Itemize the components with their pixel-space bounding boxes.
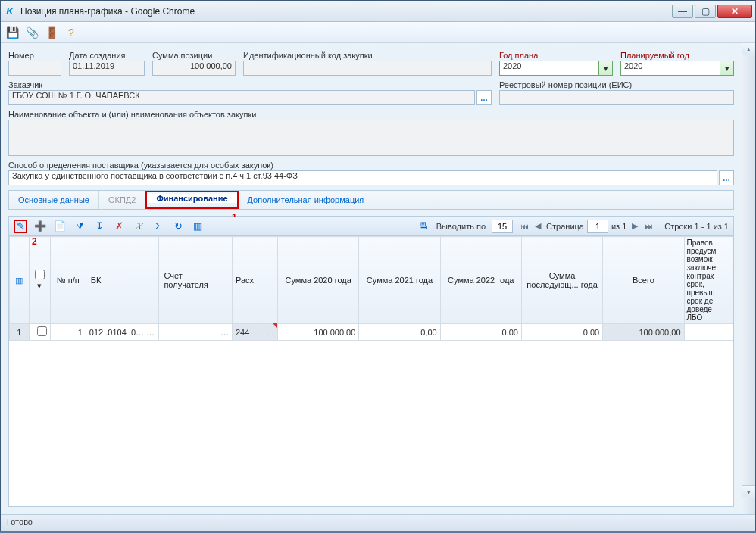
flag-icon <box>273 323 277 328</box>
input-created[interactable]: 01.11.2019 <box>69 61 145 76</box>
cell-exp: 244 … <box>232 324 277 341</box>
grid-wrapper: ✎ ➕ 📄 ⧩ ↧ ✗ 𝓧 Σ ↻ ▥ 🖶 Выводить по ⏮ <box>8 216 734 507</box>
lookup-button[interactable]: … <box>719 170 734 185</box>
label-customer: Заказчик <box>8 80 492 89</box>
row-checkbox[interactable] <box>37 326 47 336</box>
refresh-icon[interactable]: ↻ <box>171 220 185 233</box>
maximize-button[interactable]: ▢ <box>695 5 716 18</box>
input-supplier-method[interactable]: Закупка у единственного поставщика в соо… <box>8 170 717 185</box>
col-exp[interactable]: Расх <box>232 237 277 324</box>
cell-s2021: 0,00 <box>359 324 440 341</box>
window-buttons: — ▢ ✕ <box>672 5 752 18</box>
tab-okpd2[interactable]: ОКПД2 <box>99 191 145 209</box>
pager-first-icon[interactable]: ⏮ <box>519 220 530 232</box>
cell-total: 100 000,00 <box>603 324 684 341</box>
select-plan-year[interactable]: 2020 ▾ <box>499 61 613 76</box>
col-account[interactable]: Счет получателя <box>159 237 233 324</box>
paperclip-icon[interactable]: 📎 <box>25 26 39 39</box>
value-planned-year: 2020 <box>620 61 720 76</box>
chevron-down-icon[interactable]: ▾ <box>720 61 734 76</box>
copy-icon[interactable]: 📄 <box>53 220 67 233</box>
page-label: Страница <box>546 222 584 231</box>
input-number[interactable] <box>8 61 61 76</box>
col-check[interactable]: ▾ <box>29 237 50 324</box>
col-s2021[interactable]: Сумма 2021 года <box>359 237 440 324</box>
minimize-button[interactable]: — <box>672 5 693 18</box>
export-excel-icon[interactable]: 𝓧 <box>132 220 145 233</box>
page-value[interactable] <box>587 220 608 233</box>
label-created: Дата создания <box>69 51 145 60</box>
rows-label: Строки 1 - 1 из 1 <box>664 222 729 231</box>
col-s2020[interactable]: Сумма 2020 года <box>278 237 359 324</box>
check-all[interactable] <box>35 270 45 279</box>
cell-legal <box>684 324 733 341</box>
status-bar: Готово <box>1 514 755 531</box>
main-toolbar: 💾 📎 🚪 ? <box>1 22 755 43</box>
add-icon[interactable]: ➕ <box>33 220 47 233</box>
input-ikz[interactable] <box>243 61 492 76</box>
select-planned-year[interactable]: 2020 ▾ <box>620 61 734 76</box>
titlebar: K Позиция плана-графика - Google Chrome … <box>1 1 755 22</box>
output-label: Выводить по <box>436 222 486 231</box>
main-panel: Номер Дата создания 01.11.2019 Сумма поз… <box>1 43 742 514</box>
grid-toolbar: ✎ ➕ 📄 ⧩ ↧ ✗ 𝓧 Σ ↻ ▥ 🖶 Выводить по ⏮ <box>9 217 733 236</box>
filter-icon[interactable]: ⧩ <box>73 220 86 233</box>
col-snext[interactable]: Сумма последующ... года <box>521 237 602 324</box>
sum-icon[interactable]: Σ <box>152 220 165 233</box>
app-icon: K <box>4 5 16 17</box>
close-button[interactable]: ✕ <box>717 5 752 18</box>
help-icon[interactable]: ? <box>64 26 78 39</box>
cell-s2020: 100 000,00 <box>278 324 359 341</box>
col-s2022[interactable]: Сумма 2022 года <box>440 237 521 324</box>
clear-filter-icon[interactable]: ✗ <box>112 220 126 233</box>
chevron-down-icon[interactable]: ▾ <box>599 61 613 76</box>
col-legal[interactable]: Правовпредусмвозможзаключеконтраксрок,пр… <box>684 237 733 324</box>
label-plan-year: Год плана <box>499 51 613 60</box>
grid-table: ▥ ▾ № п/п БК Счет получателя Расх Сумма … <box>9 236 733 341</box>
page-of: из 1 <box>611 222 626 231</box>
table-row[interactable]: 1 1 012 .0104 .0… … … 244 … 100 000,00 0… <box>10 324 733 341</box>
columns-icon[interactable]: ▥ <box>191 220 205 233</box>
scroll-up-icon[interactable]: ▴ <box>742 43 755 55</box>
label-supplier-method: Способ определения поставщика (указывает… <box>8 161 734 170</box>
lookup-button[interactable]: … <box>476 90 492 105</box>
input-sum[interactable]: 100 000,00 <box>152 61 236 76</box>
cell-check[interactable] <box>29 324 50 341</box>
save-icon[interactable]: 💾 <box>5 26 19 39</box>
label-number: Номер <box>8 51 61 60</box>
pager: ⏮ ◀ Страница из 1 ▶ ⏭ <box>519 220 654 233</box>
cell-rownum: 1 <box>10 324 30 341</box>
input-customer[interactable]: ГБОУ СОШ № 1 Г. О. ЧАПАЕВСК <box>8 90 475 105</box>
col-bk[interactable]: БК <box>86 237 159 324</box>
output-value[interactable] <box>492 220 513 233</box>
grid-body[interactable]: ▥ ▾ № п/п БК Счет получателя Расх Сумма … <box>9 236 733 506</box>
vertical-scrollbar[interactable]: ▴ ▾ <box>742 43 755 514</box>
tab-additional[interactable]: Дополнительная информация <box>239 191 374 209</box>
exit-icon[interactable]: 🚪 <box>45 26 58 39</box>
print-icon[interactable]: 🖶 <box>417 220 430 233</box>
tab-main[interactable]: Основные данные <box>9 191 99 209</box>
label-registry: Реестровый номер позиции (ЕИС) <box>499 80 734 89</box>
content: Номер Дата создания 01.11.2019 Сумма поз… <box>1 43 755 514</box>
input-registry[interactable] <box>499 90 734 105</box>
window: K Позиция плана-графика - Google Chrome … <box>0 0 756 531</box>
label-planned-year: Планируемый год <box>620 51 734 60</box>
cell-npp: 1 <box>50 324 86 341</box>
annotation-2: 2 <box>32 236 37 247</box>
edit-icon[interactable]: ✎ <box>14 220 27 233</box>
tab-financing[interactable]: Финансирование <box>147 192 236 203</box>
pager-last-icon[interactable]: ⏭ <box>643 220 654 232</box>
pager-next-icon[interactable]: ▶ <box>629 220 640 232</box>
pager-prev-icon[interactable]: ◀ <box>533 220 543 232</box>
label-sum: Сумма позиции <box>152 51 236 60</box>
textarea-object-name[interactable] <box>8 120 734 156</box>
col-total[interactable]: Всего <box>603 237 684 324</box>
cell-account: … <box>159 324 233 341</box>
sort-icon[interactable]: ↧ <box>92 220 106 233</box>
label-object-name: Наименование объекта и (или) наименовани… <box>8 110 734 119</box>
tabs: Основные данные ОКПД2 Финансирование Доп… <box>8 190 734 210</box>
col-icon[interactable]: ▥ <box>10 237 30 324</box>
col-npp[interactable]: № п/п <box>50 237 86 324</box>
window-title: Позиция плана-графика - Google Chrome <box>20 6 672 17</box>
scroll-down-icon[interactable]: ▾ <box>742 485 755 497</box>
